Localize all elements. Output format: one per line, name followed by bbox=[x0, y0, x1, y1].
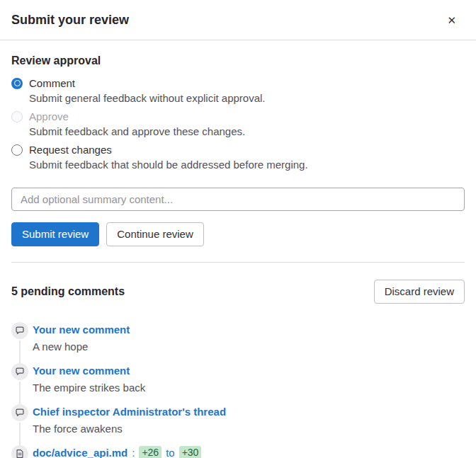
review-approval-heading: Review approval bbox=[11, 55, 465, 67]
summary-input[interactable] bbox=[11, 188, 465, 211]
close-icon[interactable]: ✕ bbox=[443, 11, 460, 30]
radio-comment[interactable] bbox=[11, 78, 23, 89]
line-count-badge-from: +26 bbox=[139, 446, 162, 458]
continue-review-button[interactable]: Continue review bbox=[106, 222, 204, 246]
submit-review-button[interactable]: Submit review bbox=[11, 222, 99, 246]
radio-option-approve: Approve Submit feedback and approve thes… bbox=[11, 110, 465, 139]
pending-comments-section: 5 pending comments Discard review Your n… bbox=[0, 263, 476, 458]
modal-header: Submit your review ✕ bbox=[0, 0, 476, 40]
radio-row-approve: Approve bbox=[11, 110, 465, 122]
pending-comment-text: A new hope bbox=[33, 339, 465, 354]
pending-comments-list: Your new comment A new hope Your new com… bbox=[11, 322, 465, 458]
pending-comment-link[interactable]: Your new comment bbox=[33, 365, 130, 377]
pending-comment-link[interactable]: Chief inspector Administrator's thread bbox=[33, 406, 226, 418]
radio-desc-approve: Submit feedback and approve these change… bbox=[29, 124, 465, 139]
file-change-row: doc/advice_api.md : +26 to +30 bbox=[33, 445, 465, 458]
pending-comment-link[interactable]: Your new comment bbox=[33, 324, 130, 336]
radio-row-comment[interactable]: Comment bbox=[11, 77, 465, 89]
pending-comment-text: The empire strikes back bbox=[33, 380, 465, 395]
line-range-to-text: to bbox=[166, 447, 175, 458]
comment-bubble-icon bbox=[11, 322, 28, 339]
comment-bubble-icon bbox=[11, 404, 28, 421]
radio-option-request-changes: Request changes Submit feedback that sho… bbox=[11, 144, 465, 172]
radio-option-comment: Comment Submit general feedback without … bbox=[11, 77, 465, 105]
list-item: doc/advice_api.md : +26 to +30 The last … bbox=[11, 445, 465, 458]
radio-label-request-changes: Request changes bbox=[29, 144, 112, 156]
discard-review-button[interactable]: Discard review bbox=[374, 280, 465, 304]
pending-comments-heading: 5 pending comments bbox=[11, 285, 125, 298]
radio-label-comment: Comment bbox=[29, 77, 75, 89]
line-count-badge-to: +30 bbox=[179, 446, 202, 458]
radio-row-request-changes[interactable]: Request changes bbox=[11, 144, 465, 156]
radio-desc-request-changes: Submit feedback that should be addressed… bbox=[29, 157, 465, 172]
list-item: Chief inspector Administrator's thread T… bbox=[11, 404, 465, 436]
file-document-icon bbox=[11, 445, 28, 458]
pending-comments-header: 5 pending comments Discard review bbox=[11, 280, 465, 304]
file-separator: : bbox=[132, 447, 135, 458]
pending-comment-text: The force awakens bbox=[33, 421, 465, 436]
radio-desc-comment: Submit general feedback without explicit… bbox=[29, 91, 465, 105]
pending-file-link[interactable]: doc/advice_api.md bbox=[33, 445, 128, 458]
modal-body: Review approval Comment Submit general f… bbox=[0, 40, 476, 263]
comment-bubble-icon bbox=[11, 363, 28, 380]
list-item: Your new comment A new hope bbox=[11, 322, 465, 354]
radio-dot bbox=[14, 80, 21, 86]
radio-label-approve: Approve bbox=[29, 110, 69, 122]
modal-title: Submit your review bbox=[11, 13, 129, 28]
submit-review-modal: Submit your review ✕ Review approval Com… bbox=[0, 0, 476, 458]
actions-row: Submit review Continue review bbox=[11, 222, 465, 246]
list-item: Your new comment The empire strikes back bbox=[11, 363, 465, 395]
radio-approve bbox=[11, 111, 23, 122]
radio-request-changes[interactable] bbox=[11, 144, 23, 156]
